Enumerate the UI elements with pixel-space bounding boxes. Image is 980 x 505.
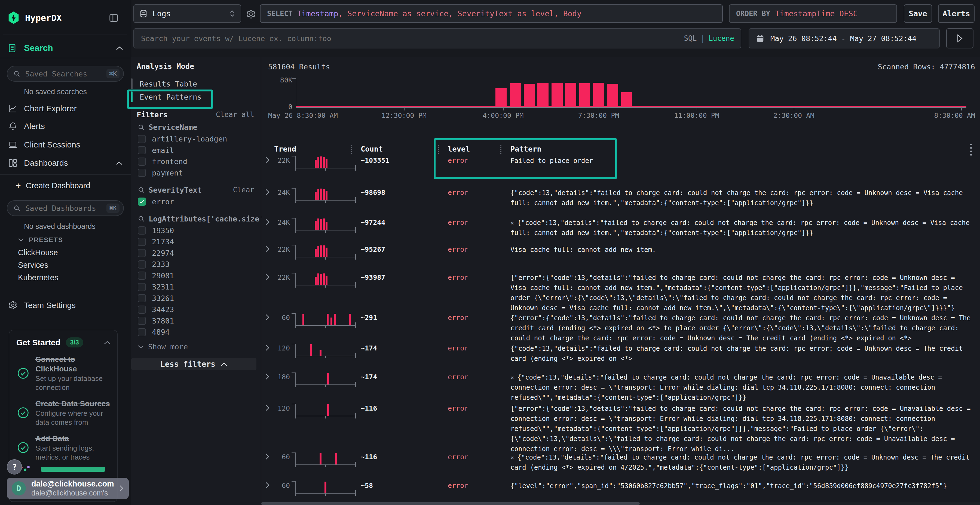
preset-item-services[interactable]: Services (18, 260, 48, 270)
histogram-bar[interactable] (607, 84, 618, 106)
histogram-bar[interactable] (524, 84, 535, 106)
show-more-button[interactable]: Show more (138, 343, 188, 351)
clear-all-button[interactable]: Clear all (216, 110, 254, 119)
select-query-input[interactable]: SELECT Timestamp, ServiceName as service… (260, 4, 723, 23)
help-button[interactable]: ? (7, 459, 22, 475)
chevron-up-icon[interactable] (116, 161, 123, 165)
filter-clear-button[interactable]: Clear (233, 186, 254, 194)
filter-option-artillery-loadgen[interactable]: artillery-loadgen (138, 135, 252, 143)
saved-searches-input[interactable] (25, 69, 102, 78)
table-options-kebab-icon[interactable] (970, 144, 972, 156)
column-header-pattern[interactable]: Pattern (511, 145, 541, 153)
filter-option-34423[interactable]: 34423 (138, 305, 252, 314)
pattern-text[interactable]: Visa cache full: cannot add new item. (511, 245, 973, 255)
filter-option-29081[interactable]: 29081 (138, 272, 252, 280)
alerts-button[interactable]: Alerts (938, 4, 975, 23)
checkbox[interactable] (138, 328, 146, 336)
collapse-sidebar-icon[interactable] (108, 12, 120, 24)
sidebar-item-team-settings[interactable]: Team Settings (8, 301, 123, 310)
pattern-text[interactable]: {"code":13,"details":"failed to charge c… (511, 344, 973, 364)
preset-item-kubernetes[interactable]: Kubernetes (18, 273, 58, 282)
less-filters-button[interactable]: Less filters (131, 358, 256, 370)
order-by-input[interactable]: ORDER BY TimestampTime DESC (729, 4, 897, 23)
filter-option-2333[interactable]: 2333 (138, 260, 252, 268)
histogram-bar[interactable] (579, 83, 590, 106)
histogram-bar[interactable] (565, 83, 576, 106)
pattern-text[interactable]: {"code":13,"details":"failed to charge c… (511, 188, 973, 208)
checkbox[interactable] (138, 260, 146, 268)
checkbox[interactable] (138, 169, 146, 177)
checkbox[interactable] (138, 249, 146, 257)
filter-option-21734[interactable]: 21734 (138, 238, 252, 246)
source-selector[interactable]: Logs (134, 4, 241, 23)
time-range-picker[interactable]: May 26 08:52:44 - May 27 08:52:44 (749, 28, 940, 48)
pattern-text[interactable]: ×{"code":13,"details":"failed to charge … (511, 453, 973, 473)
checkbox[interactable] (138, 157, 146, 166)
filter-option-37801[interactable]: 37801 (138, 317, 252, 325)
pattern-text[interactable]: ×{"code":13,"details":"failed to charge … (511, 218, 973, 238)
column-drag-handle[interactable] (351, 145, 352, 154)
filter-option-33261[interactable]: 33261 (138, 294, 252, 303)
filter-option-email[interactable]: email (138, 146, 252, 154)
results-histogram[interactable]: 80K0May 26 8:30:00 AM12:30:00 PM4:00:00 … (261, 57, 980, 122)
checkbox[interactable] (138, 306, 146, 314)
column-header-level[interactable]: level (448, 145, 470, 153)
checkbox[interactable] (138, 146, 146, 154)
presets-toggle[interactable]: PRESETS (18, 236, 63, 244)
saved-dashboards-search[interactable]: ⌘K (7, 200, 124, 216)
get-started-item[interactable]: Create Data SourcesConfigure where your … (17, 399, 111, 427)
sidebar-item-dashboards[interactable]: Dashboards (8, 158, 123, 168)
column-header-count[interactable]: Count (361, 145, 383, 153)
column-drag-handle[interactable] (500, 145, 501, 154)
histogram-bar[interactable] (495, 88, 507, 106)
checkbox[interactable] (138, 283, 146, 291)
lucene-mode-toggle[interactable]: Lucene (709, 34, 734, 43)
filter-option-payment[interactable]: payment (138, 169, 252, 177)
run-query-button[interactable] (946, 28, 974, 48)
checkbox-checked[interactable] (138, 197, 146, 206)
pattern-text[interactable]: {"error":{"code":13,"details":"failed to… (511, 404, 973, 454)
sql-mode-toggle[interactable]: SQL (684, 34, 697, 43)
collapse-x-icon[interactable]: × (511, 454, 514, 461)
scrollbar-thumb[interactable] (261, 502, 640, 505)
sidebar-item-client-sessions[interactable]: Client Sessions (8, 140, 123, 149)
chevron-up-icon[interactable] (104, 340, 111, 345)
sidebar-item-chart-explorer[interactable]: Chart Explorer (8, 104, 123, 113)
filter-option-frontend[interactable]: frontend (138, 157, 252, 166)
lucene-search-bar[interactable]: SQL | Lucene (134, 28, 741, 48)
saved-searches-search[interactable]: ⌘K (7, 66, 124, 82)
histogram-bar[interactable] (621, 92, 632, 106)
checkbox[interactable] (138, 226, 146, 235)
column-drag-handle[interactable] (438, 145, 439, 154)
collapse-x-icon[interactable]: × (511, 219, 514, 226)
pattern-text[interactable]: Failed to place order (511, 156, 973, 166)
source-settings-gear-icon[interactable] (245, 8, 257, 20)
horizontal-scrollbar[interactable] (261, 502, 980, 505)
sidebar-item-alerts[interactable]: Alerts (8, 122, 123, 131)
filter-option-19350[interactable]: 19350 (138, 226, 252, 235)
user-account-chip[interactable]: D dale@clickhouse.com dale@clickhouse.co… (7, 478, 129, 499)
preset-item-clickhouse[interactable]: ClickHouse (18, 248, 58, 257)
checkbox[interactable] (138, 317, 146, 325)
filter-option-4894[interactable]: 4894 (138, 328, 252, 336)
search-input[interactable] (140, 34, 684, 43)
filter-option-error[interactable]: error (138, 197, 252, 206)
save-button[interactable]: Save (904, 4, 932, 23)
checkbox[interactable] (138, 238, 146, 246)
histogram-bar[interactable] (593, 83, 604, 106)
pattern-text[interactable]: {"error":{"code":13,"details":"failed to… (511, 313, 973, 343)
saved-dashboards-input[interactable] (25, 204, 102, 213)
pattern-text[interactable]: ×{"code":13,"details":"failed to charge … (511, 373, 973, 403)
checkbox[interactable] (138, 272, 146, 280)
column-header-trend[interactable]: Trend (274, 145, 296, 153)
filter-option-32311[interactable]: 32311 (138, 283, 252, 291)
checkbox[interactable] (138, 135, 146, 143)
create-dashboard-button[interactable]: + Create Dashboard (16, 181, 91, 191)
sidebar-item-search[interactable]: Search (8, 43, 123, 53)
pattern-text[interactable]: {"level":"error","span_id":"53060b827c62… (511, 481, 973, 491)
collapse-x-icon[interactable]: × (511, 374, 514, 381)
chevron-up-icon[interactable] (116, 46, 123, 51)
pattern-text[interactable]: {"error":{"code":13,"details":"failed to… (511, 273, 973, 313)
get-started-item[interactable]: Connect to ClickHouseSet up your databas… (17, 354, 111, 392)
checkbox[interactable] (138, 294, 146, 302)
